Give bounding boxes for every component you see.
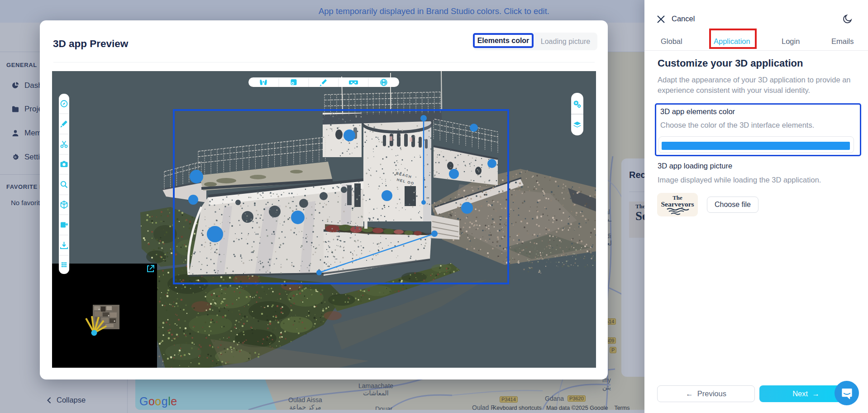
svg-text:Searveyors: Searveyors [661, 200, 694, 208]
